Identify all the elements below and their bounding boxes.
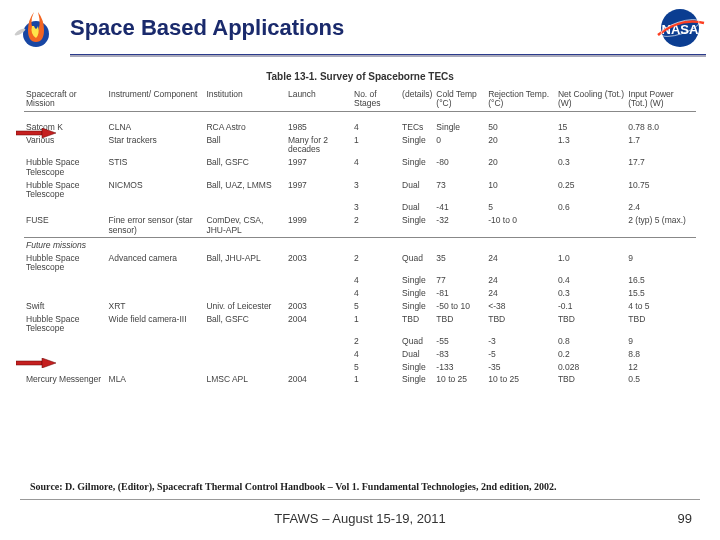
- table-cell: ComDev, CSA, JHU-APL: [204, 214, 286, 237]
- table-cell: Single: [400, 134, 434, 157]
- table-cell: 1999: [286, 214, 352, 237]
- table-cell: 24: [486, 252, 556, 275]
- table-cell: 35: [434, 252, 486, 275]
- table-cell: -32: [434, 214, 486, 237]
- table-cell: -41: [434, 202, 486, 215]
- table-cell: 20: [486, 134, 556, 157]
- table-caption: Table 13-1. Survey of Spaceborne TECs: [24, 71, 696, 82]
- table-cell: 10: [486, 179, 556, 202]
- table-cell: Dual: [400, 202, 434, 215]
- table-cell: 0.2: [556, 348, 626, 361]
- table-cell: 0.5: [626, 374, 696, 387]
- table-row: Hubble Space TelescopeNICMOSBall, UAZ, L…: [24, 179, 696, 202]
- table-cell: 50: [486, 121, 556, 134]
- table-cell: 0.8: [556, 336, 626, 349]
- table-cell: TBD: [400, 313, 434, 336]
- table-row: 2Quad-55-30.89: [24, 336, 696, 349]
- table-cell: Star trackers: [107, 134, 205, 157]
- svg-marker-6: [42, 128, 56, 138]
- table-cell: Ball: [204, 134, 286, 157]
- table-row: Hubble Space TelescopeSTISBall, GSFC1997…: [24, 157, 696, 180]
- column-header: Net Cooling (Tot.) (W): [556, 88, 626, 111]
- table-cell: Hubble Space Telescope: [24, 157, 107, 180]
- table-cell: [107, 336, 205, 349]
- table-cell: [204, 275, 286, 288]
- table-cell: 2: [352, 214, 400, 237]
- table-cell: 9: [626, 336, 696, 349]
- tec-survey-table: Spacecraft or MissionInstrument/ Compone…: [24, 88, 696, 387]
- table-cell: 4: [352, 157, 400, 180]
- table-cell: Mercury Messenger: [24, 374, 107, 387]
- table-cell: Dual: [400, 179, 434, 202]
- table-cell: -10 to 0: [486, 214, 556, 237]
- table-cell: Single: [400, 288, 434, 301]
- table-cell: Single: [400, 214, 434, 237]
- column-header: Input Power (Tot.) (W): [626, 88, 696, 111]
- table-cell: 0.4: [556, 275, 626, 288]
- table-cell: 1997: [286, 157, 352, 180]
- table-cell: Univ. of Leicester: [204, 300, 286, 313]
- table-cell: Ball, JHU-APL: [204, 252, 286, 275]
- table-cell: [24, 202, 107, 215]
- table-cell: 1.7: [626, 134, 696, 157]
- table-cell: 0.028: [556, 361, 626, 374]
- table-cell: -35: [486, 361, 556, 374]
- table-cell: Dual: [400, 348, 434, 361]
- table-cell: 4: [352, 348, 400, 361]
- table-cell: [286, 202, 352, 215]
- table-row: SwiftXRTUniv. of Leicester20035Single-50…: [24, 300, 696, 313]
- table-cell: 10 to 25: [486, 374, 556, 387]
- table-cell: Swift: [24, 300, 107, 313]
- table-cell: 2: [352, 336, 400, 349]
- table-cell: 1.0: [556, 252, 626, 275]
- column-header: Instrument/ Component: [107, 88, 205, 111]
- table-cell: 8.8: [626, 348, 696, 361]
- table-cell: 0.78 8.0: [626, 121, 696, 134]
- table-cell: 0: [434, 134, 486, 157]
- table-cell: 4: [352, 121, 400, 134]
- table-cell: Hubble Space Telescope: [24, 252, 107, 275]
- table-cell: 24: [486, 275, 556, 288]
- table-row: 4Single77240.416.5: [24, 275, 696, 288]
- table-cell: Fine error sensor (star sensor): [107, 214, 205, 237]
- column-header: Spacecraft or Mission: [24, 88, 107, 111]
- table-cell: 1: [352, 374, 400, 387]
- table-cell: Ball, GSFC: [204, 157, 286, 180]
- table-cell: 4: [352, 275, 400, 288]
- table-cell: [286, 348, 352, 361]
- table-row: Mercury MessengerMLALMSC APL20041Single1…: [24, 374, 696, 387]
- table-cell: Ball, GSFC: [204, 313, 286, 336]
- table-cell: [107, 348, 205, 361]
- table-cell: -3: [486, 336, 556, 349]
- table-cell: STIS: [107, 157, 205, 180]
- section-label: Future missions: [24, 237, 696, 252]
- table-cell: 16.5: [626, 275, 696, 288]
- svg-marker-8: [42, 358, 56, 368]
- table-cell: TBD: [486, 313, 556, 336]
- table-cell: Advanced camera: [107, 252, 205, 275]
- callout-arrow-icon: [16, 124, 56, 134]
- table-row: 3Dual-4150.62.4: [24, 202, 696, 215]
- table-cell: 0.3: [556, 157, 626, 180]
- flame-logo-icon: [14, 6, 58, 50]
- table-cell: 24: [486, 288, 556, 301]
- callout-arrow-icon: [16, 354, 56, 364]
- table-cell: TBD: [556, 374, 626, 387]
- table-cell: [204, 336, 286, 349]
- table-cell: [286, 336, 352, 349]
- table-cell: Single: [400, 300, 434, 313]
- table-cell: -133: [434, 361, 486, 374]
- table-cell: 12: [626, 361, 696, 374]
- table-cell: 17.7: [626, 157, 696, 180]
- table-cell: 0.3: [556, 288, 626, 301]
- table-row: 5Single-133-350.02812: [24, 361, 696, 374]
- table-cell: FUSE: [24, 214, 107, 237]
- table-cell: Quad: [400, 252, 434, 275]
- table-cell: -83: [434, 348, 486, 361]
- column-header: Rejection Temp. (°C): [486, 88, 556, 111]
- table-cell: -0.1: [556, 300, 626, 313]
- table-row: 4Dual-83-50.28.8: [24, 348, 696, 361]
- table-cell: [204, 361, 286, 374]
- table-cell: [286, 361, 352, 374]
- nasa-logo-icon: NASA: [654, 7, 706, 49]
